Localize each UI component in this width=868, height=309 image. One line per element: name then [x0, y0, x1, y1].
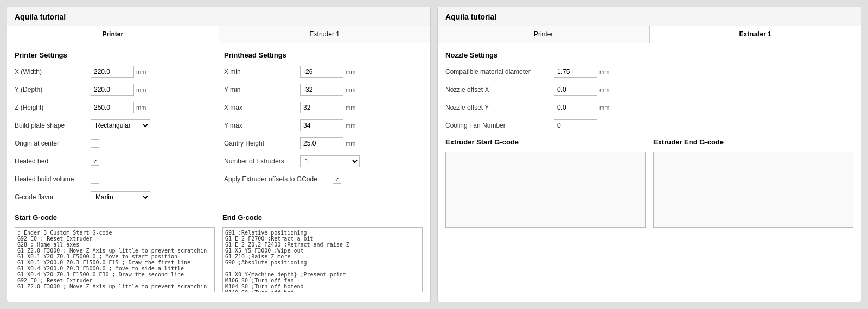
field-cooling-fan: Cooling Fan Number [445, 118, 853, 133]
label-x-min: X min [224, 68, 300, 75]
extruder-start-gcode-textarea[interactable] [445, 152, 646, 228]
input-z-height[interactable] [91, 102, 134, 113]
input-x-max[interactable] [300, 102, 343, 113]
field-y-depth: Y (Depth) mm [15, 83, 213, 97]
select-build-plate-shape[interactable]: Rectangular Elliptic [91, 119, 150, 131]
label-y-max: Y max [224, 122, 300, 129]
input-nozzle-offset-y[interactable] [554, 102, 597, 113]
field-x-width: X (Width) mm [15, 65, 213, 79]
label-nozzle-offset-y: Nozzle offset Y [445, 104, 554, 111]
printer-settings-col: Printer Settings X (Width) mm Y (Depth) … [15, 51, 213, 208]
field-x-max: X max mm [224, 100, 423, 115]
checkbox-origin-at-center[interactable] [91, 139, 99, 148]
label-origin-at-center: Origin at center [15, 140, 91, 147]
field-apply-extruder-offsets: Apply Extruder offsets to GCode ✓ [224, 172, 423, 186]
input-x-min[interactable] [300, 66, 343, 78]
tab-printer-right[interactable]: Printer [438, 26, 650, 43]
select-num-extruders[interactable]: 1 2 [300, 155, 360, 167]
input-material-diameter[interactable] [554, 66, 597, 78]
unit-z-height: mm [136, 104, 146, 111]
input-gantry-height[interactable] [300, 137, 343, 149]
input-y-max[interactable] [300, 119, 343, 131]
right-tabs: Printer Extruder 1 [438, 26, 861, 43]
extruder-end-gcode-title: Extruder End G-code [653, 138, 853, 146]
tab-extruder1-right[interactable]: Extruder 1 [650, 26, 861, 43]
input-cooling-fan[interactable] [554, 119, 597, 131]
extruder-gcode-section: Extruder Start G-code Extruder End G-cod… [445, 138, 853, 229]
field-y-max: Y max mm [224, 118, 423, 133]
printhead-settings-title: Printhead Settings [224, 51, 423, 59]
field-heated-build-volume: Heated build volume [15, 172, 213, 186]
unit-gantry-height: mm [346, 140, 355, 147]
field-num-extruders: Number of Extruders 1 2 [224, 154, 423, 168]
label-x-max: X max [224, 104, 300, 111]
field-gcode-flavor: G-code flavor Marlin RepRap [15, 190, 213, 204]
extruder-end-gcode-textarea[interactable] [653, 152, 853, 228]
unit-y-min: mm [346, 86, 355, 93]
left-panel-title: Aquila tutorial [7, 7, 430, 26]
left-panel-body: Printer Settings X (Width) mm Y (Depth) … [7, 43, 430, 301]
label-apply-extruder-offsets: Apply Extruder offsets to GCode [224, 175, 333, 183]
label-num-extruders: Number of Extruders [224, 157, 300, 165]
field-y-min: Y min mm [224, 83, 423, 97]
field-gantry-height: Gantry Height mm [224, 136, 423, 150]
checkbox-heated-build-volume[interactable] [91, 175, 99, 184]
unit-x-min: mm [346, 68, 355, 75]
label-x-width: X (Width) [15, 68, 91, 75]
start-gcode-section: Start G-code [15, 213, 215, 294]
field-material-diameter: Compatible material diameter mm [445, 65, 853, 79]
label-y-depth: Y (Depth) [15, 86, 91, 93]
unit-y-max: mm [346, 122, 355, 129]
end-gcode-textarea[interactable] [222, 227, 423, 292]
unit-y-depth: mm [136, 86, 146, 93]
start-gcode-textarea[interactable] [15, 227, 215, 292]
label-heated-build-volume: Heated build volume [15, 175, 91, 183]
input-x-width[interactable] [91, 66, 134, 78]
right-panel: Aquila tutorial Printer Extruder 1 Nozzl… [437, 7, 861, 302]
field-z-height: Z (Height) mm [15, 100, 213, 115]
checkbox-heated-bed[interactable]: ✓ [91, 157, 99, 166]
extruder-end-gcode-section: Extruder End G-code [653, 138, 853, 229]
start-gcode-title: Start G-code [15, 213, 215, 222]
unit-material-diameter: mm [599, 68, 609, 75]
field-nozzle-offset-x: Nozzle offset X mm [445, 83, 853, 97]
left-tabs: Printer Extruder 1 [7, 26, 430, 43]
end-gcode-title: End G-code [222, 213, 423, 222]
nozzle-settings-title: Nozzle Settings [445, 51, 853, 59]
field-x-min: X min mm [224, 65, 423, 79]
tab-printer-left[interactable]: Printer [7, 26, 219, 43]
right-panel-body: Nozzle Settings Compatible material diam… [438, 43, 861, 237]
field-nozzle-offset-y: Nozzle offset Y mm [445, 100, 853, 115]
label-build-plate-shape: Build plate shape [15, 122, 91, 129]
select-gcode-flavor[interactable]: Marlin RepRap [91, 191, 150, 203]
label-gcode-flavor: G-code flavor [15, 193, 91, 201]
field-build-plate-shape: Build plate shape Rectangular Elliptic [15, 118, 213, 133]
label-material-diameter: Compatible material diameter [445, 68, 554, 75]
left-two-col: Printer Settings X (Width) mm Y (Depth) … [15, 51, 423, 208]
input-y-depth[interactable] [91, 84, 134, 96]
label-nozzle-offset-x: Nozzle offset X [445, 86, 554, 93]
unit-nozzle-offset-y: mm [599, 104, 609, 111]
printhead-settings-col: Printhead Settings X min mm Y min mm X m… [224, 51, 423, 208]
label-z-height: Z (Height) [15, 104, 91, 111]
input-y-min[interactable] [300, 84, 343, 96]
field-origin-at-center: Origin at center [15, 136, 213, 150]
printer-settings-title: Printer Settings [15, 51, 213, 59]
end-gcode-section: End G-code [222, 213, 423, 294]
checkbox-apply-extruder-offsets[interactable]: ✓ [333, 175, 341, 184]
extruder-start-gcode-title: Extruder Start G-code [445, 138, 646, 146]
label-cooling-fan: Cooling Fan Number [445, 122, 554, 129]
label-gantry-height: Gantry Height [224, 140, 300, 147]
extruder-start-gcode-section: Extruder Start G-code [445, 138, 646, 229]
label-y-min: Y min [224, 86, 300, 93]
unit-nozzle-offset-x: mm [599, 86, 609, 93]
unit-x-max: mm [346, 104, 355, 111]
gcode-section: Start G-code End G-code [15, 213, 423, 294]
unit-x-width: mm [136, 68, 146, 75]
input-nozzle-offset-x[interactable] [554, 84, 597, 96]
field-heated-bed: Heated bed ✓ [15, 154, 213, 168]
left-panel: Aquila tutorial Printer Extruder 1 Print… [7, 7, 431, 302]
right-panel-title: Aquila tutorial [438, 7, 861, 26]
tab-extruder1-left[interactable]: Extruder 1 [219, 26, 431, 43]
label-heated-bed: Heated bed [15, 157, 91, 165]
